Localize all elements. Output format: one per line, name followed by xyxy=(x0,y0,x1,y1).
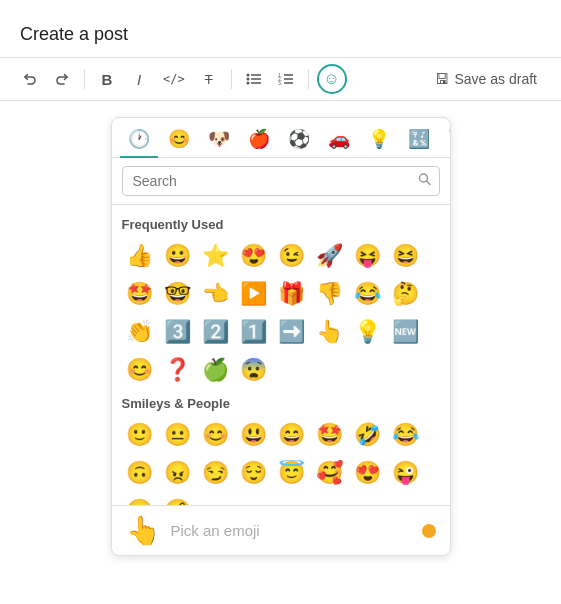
emoji-item[interactable]: 👈 xyxy=(198,276,234,312)
emoji-item[interactable]: 😊 xyxy=(122,352,158,388)
frequently-used-grid: 👍😀⭐😍😉🚀😝😆🤩🤓👈▶️🎁👎😂🤔👏3️⃣2️⃣1️⃣➡️👆💡🆕😊❓🍏😨 xyxy=(122,238,440,388)
emoji-item[interactable]: 🤩 xyxy=(122,276,158,312)
emoji-item[interactable]: 🤩 xyxy=(312,417,348,453)
emoji-preview-text: Pick an emoji xyxy=(171,522,422,539)
svg-text:3.: 3. xyxy=(278,80,282,86)
toolbar-separator-3 xyxy=(308,69,309,89)
emoji-tab-animals[interactable]: 🐶 xyxy=(200,122,238,158)
emoji-tabs: 🕐😊🐶🍎⚽🚗💡🔣🚩 xyxy=(112,118,450,158)
emoji-item[interactable]: 😍 xyxy=(236,238,272,274)
svg-point-4 xyxy=(246,82,249,85)
unordered-list-button[interactable] xyxy=(240,65,268,93)
emoji-item[interactable]: 🆕 xyxy=(388,314,424,350)
smileys-title: Smileys & People xyxy=(122,396,440,411)
emoji-tab-food[interactable]: 🍎 xyxy=(240,122,278,158)
emoji-item[interactable]: 😋 xyxy=(122,493,158,505)
emoji-item[interactable]: 😃 xyxy=(236,417,272,453)
page-title: Create a post xyxy=(0,16,561,57)
emoji-item[interactable]: 😍 xyxy=(350,455,386,491)
frequently-used-section: Frequently Used 👍😀⭐😍😉🚀😝😆🤩🤓👈▶️🎁👎😂🤔👏3️⃣2️⃣… xyxy=(122,217,440,388)
emoji-item[interactable]: 🍏 xyxy=(198,352,234,388)
emoji-item[interactable]: 😏 xyxy=(198,455,234,491)
undo-button[interactable] xyxy=(16,65,44,93)
emoji-button[interactable]: ☺ xyxy=(317,64,347,94)
emoji-tab-symbols[interactable]: 🔣 xyxy=(400,122,438,158)
save-draft-button[interactable]: 🖫 Save as draft xyxy=(427,67,546,91)
emoji-picker: 🕐😊🐶🍎⚽🚗💡🔣🚩 Frequently Used 👍😀⭐😍😉🚀😝😆🤩🤓👈▶️🎁… xyxy=(111,117,451,556)
emoji-item[interactable]: 💡 xyxy=(350,314,386,350)
emoji-tab-activities[interactable]: ⚽ xyxy=(280,122,318,158)
emoji-search-input[interactable] xyxy=(122,166,440,196)
emoji-preview-icon: 👆 xyxy=(126,514,161,547)
emoji-item[interactable]: 👏 xyxy=(122,314,158,350)
emoji-item[interactable]: 🎁 xyxy=(274,276,310,312)
emoji-item[interactable]: 😀 xyxy=(160,238,196,274)
bold-button[interactable]: B xyxy=(93,65,121,93)
emoji-item[interactable]: 🚀 xyxy=(312,238,348,274)
emoji-item[interactable]: 🙂 xyxy=(122,417,158,453)
emoji-item[interactable]: 😆 xyxy=(388,238,424,274)
emoji-item[interactable]: 3️⃣ xyxy=(160,314,196,350)
emoji-item[interactable]: 🤔 xyxy=(388,276,424,312)
emoji-item[interactable]: 🤣 xyxy=(350,417,386,453)
save-draft-icon: 🖫 xyxy=(435,71,449,87)
emoji-tab-flags[interactable]: 🚩 xyxy=(440,122,451,158)
emoji-item[interactable]: 😌 xyxy=(236,455,272,491)
emoji-item[interactable]: 😂 xyxy=(350,276,386,312)
emoji-search-wrap xyxy=(112,158,450,205)
emoji-item[interactable]: 🥰 xyxy=(312,455,348,491)
code-button[interactable]: </> xyxy=(157,65,191,93)
emoji-item[interactable]: 😇 xyxy=(274,455,310,491)
emoji-item[interactable]: ➡️ xyxy=(274,314,310,350)
search-icon xyxy=(418,173,432,190)
emoji-item[interactable]: 😝 xyxy=(350,238,386,274)
emoji-item[interactable]: 😜 xyxy=(388,455,424,491)
emoji-item[interactable]: 🙃 xyxy=(122,455,158,491)
emoji-item[interactable]: 😊 xyxy=(198,417,234,453)
emoji-item[interactable]: 😄 xyxy=(274,417,310,453)
toolbar-separator-1 xyxy=(84,69,85,89)
emoji-item[interactable]: ⭐ xyxy=(198,238,234,274)
emoji-tab-recent[interactable]: 🕐 xyxy=(120,122,158,158)
emoji-item[interactable]: 😨 xyxy=(236,352,272,388)
emoji-item[interactable]: 😐 xyxy=(160,417,196,453)
emoji-dot xyxy=(422,524,436,538)
emoji-footer: 👆 Pick an emoji xyxy=(112,505,450,555)
emoji-body: Frequently Used 👍😀⭐😍😉🚀😝😆🤩🤓👈▶️🎁👎😂🤔👏3️⃣2️⃣… xyxy=(112,205,450,505)
emoji-item[interactable]: 2️⃣ xyxy=(198,314,234,350)
emoji-item[interactable]: ❓ xyxy=(160,352,196,388)
emoji-item[interactable]: 😉 xyxy=(274,238,310,274)
emoji-item[interactable]: 😂 xyxy=(388,417,424,453)
save-draft-label: Save as draft xyxy=(455,71,538,87)
smileys-section: Smileys & People 🙂😐😊😃😄🤩🤣😂🙃😠😏😌😇🥰😍😜😋🤨 xyxy=(122,396,440,505)
emoji-tab-smileys[interactable]: 😊 xyxy=(160,122,198,158)
emoji-item[interactable]: 😠 xyxy=(160,455,196,491)
emoji-item[interactable]: 👎 xyxy=(312,276,348,312)
smileys-grid: 🙂😐😊😃😄🤩🤣😂🙃😠😏😌😇🥰😍😜😋🤨 xyxy=(122,417,440,505)
emoji-item[interactable]: 🤓 xyxy=(160,276,196,312)
emoji-item[interactable]: 👍 xyxy=(122,238,158,274)
svg-point-2 xyxy=(246,78,249,81)
svg-point-0 xyxy=(246,74,249,77)
emoji-item[interactable]: 🤨 xyxy=(160,493,196,505)
svg-line-13 xyxy=(426,181,430,185)
emoji-item[interactable]: 1️⃣ xyxy=(236,314,272,350)
strikethrough-button[interactable]: T xyxy=(195,65,223,93)
ordered-list-button[interactable]: 1. 2. 3. xyxy=(272,65,300,93)
frequently-used-title: Frequently Used xyxy=(122,217,440,232)
emoji-item[interactable]: 👆 xyxy=(312,314,348,350)
italic-button[interactable]: I xyxy=(125,65,153,93)
toolbar-separator-2 xyxy=(231,69,232,89)
emoji-tab-objects[interactable]: 💡 xyxy=(360,122,398,158)
emoji-tab-travel[interactable]: 🚗 xyxy=(320,122,358,158)
emoji-item[interactable]: ▶️ xyxy=(236,276,272,312)
redo-button[interactable] xyxy=(48,65,76,93)
toolbar: B I </> T 1. 2. 3. ☺ 🖫 Save as draft xyxy=(0,57,561,101)
